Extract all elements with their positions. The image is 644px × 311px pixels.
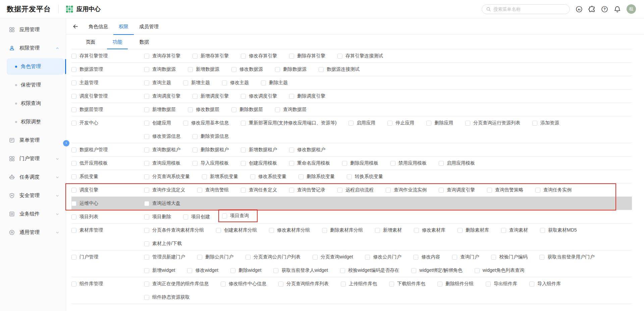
checkbox[interactable] (71, 188, 76, 193)
checkbox[interactable] (144, 201, 149, 206)
checkbox[interactable] (71, 174, 76, 179)
help-icon[interactable]: ? (601, 6, 608, 13)
checkbox[interactable] (289, 147, 294, 152)
sidebar-item-permission-adjust[interactable]: 权限调整 (0, 113, 66, 131)
checkbox[interactable] (347, 174, 352, 179)
permission-item[interactable]: 管理员新建门户 (144, 250, 185, 264)
sidebar-item-role-management[interactable]: 角色管理 (0, 57, 66, 76)
checkbox[interactable] (144, 255, 149, 260)
permission-item[interactable]: 删除组件分组 (437, 277, 474, 291)
permission-item[interactable]: 删除素材库分组 (322, 224, 363, 237)
checkbox[interactable] (71, 201, 76, 206)
checkbox[interactable] (188, 67, 193, 72)
checkbox[interactable] (71, 54, 76, 59)
checkbox[interactable] (71, 282, 76, 287)
back-button[interactable] (72, 23, 78, 29)
permission-category[interactable]: 系统变量 (71, 170, 144, 183)
checkbox[interactable] (535, 188, 540, 193)
permission-item[interactable]: 禁用应用模板 (390, 157, 427, 170)
checkbox[interactable] (231, 107, 236, 112)
checkbox[interactable] (193, 147, 198, 152)
permission-item[interactable]: 查询调度引擎 (439, 183, 475, 197)
checkbox[interactable] (197, 255, 202, 260)
checkbox[interactable] (278, 282, 283, 287)
checkbox[interactable] (197, 188, 202, 193)
permission-item[interactable]: 新增调度引擎 (193, 89, 229, 103)
checkbox[interactable] (241, 188, 246, 193)
sidebar-item-portal-management[interactable]: 门户管理 (0, 149, 66, 168)
sidebar-collapse-button[interactable]: ‹ (63, 140, 69, 146)
checkbox[interactable] (71, 107, 76, 112)
sidebar-item-permission-management[interactable]: 权限管理 (0, 39, 66, 57)
tab-permission[interactable]: 权限 (113, 18, 134, 35)
sub-tab-data[interactable]: 数据 (131, 35, 158, 49)
permission-item[interactable]: widget角色列表查询 (475, 264, 524, 277)
permission-item[interactable]: 停止应用 (387, 116, 414, 130)
permission-item[interactable]: 重新部署应用(支持修改应用端口、资源等) (241, 116, 336, 130)
permission-item[interactable]: 远程启动流程 (337, 183, 374, 197)
checkbox[interactable] (144, 94, 149, 99)
checkbox[interactable] (289, 188, 294, 193)
permission-item[interactable]: 修改公共门户 (365, 250, 401, 264)
permission-item[interactable]: 查询作业流实例 (386, 183, 427, 197)
sidebar-item-common-management[interactable]: 通用管理 (0, 223, 66, 242)
checkbox[interactable] (289, 94, 294, 99)
permission-item[interactable]: 新增主题 (183, 76, 210, 89)
permission-item[interactable]: 查询应用模板 (144, 157, 180, 170)
permission-item[interactable]: 修改组件中心信息 (221, 277, 266, 291)
checkbox[interactable] (144, 282, 149, 287)
checkbox[interactable] (269, 228, 274, 233)
permission-item[interactable]: 修改存算引擎 (241, 49, 277, 63)
permission-item[interactable]: 修改资源信息 (144, 130, 180, 143)
permission-category[interactable]: 组件库管理 (71, 277, 144, 291)
checkbox[interactable] (202, 174, 207, 179)
permission-category[interactable]: 运维中心 (71, 197, 144, 210)
permission-item[interactable]: 素材上传/下载 (144, 237, 182, 250)
checkbox[interactable] (222, 213, 227, 219)
checkbox[interactable] (340, 268, 345, 273)
permission-item[interactable]: 查询数据层 (275, 103, 307, 116)
checkbox[interactable] (71, 121, 76, 126)
checkbox[interactable] (375, 228, 380, 233)
checkbox[interactable] (387, 121, 392, 126)
checkbox[interactable] (71, 147, 76, 152)
checkbox[interactable] (439, 161, 444, 166)
permission-item[interactable]: 转换系统变量 (347, 170, 383, 183)
checkbox[interactable] (341, 282, 346, 287)
sidebar-item-app-management[interactable]: 应用管理 (0, 20, 66, 39)
permission-item[interactable]: 分页查询运行资源列表 (465, 116, 520, 130)
permission-item[interactable]: 分页查询组件库列表 (278, 277, 329, 291)
permission-item[interactable]: 导入组件库 (529, 277, 561, 291)
permission-item[interactable]: 数据源连接测试 (319, 63, 360, 76)
checkbox[interactable] (465, 121, 470, 126)
permission-item[interactable]: 修改数据源 (231, 63, 263, 76)
checkbox[interactable] (144, 295, 149, 300)
checkbox[interactable] (183, 80, 188, 85)
permission-item[interactable]: 查询运维大盘 (144, 197, 180, 210)
permission-item[interactable]: 查询告警策略 (487, 183, 523, 197)
checkbox[interactable] (413, 255, 418, 260)
permission-item[interactable]: 新增数据层 (144, 103, 176, 116)
permission-item[interactable]: 启用应用 (348, 116, 375, 130)
checkbox[interactable] (241, 147, 246, 152)
permission-item[interactable]: 导入应用模板 (193, 157, 229, 170)
permission-item[interactable]: 删除应用模板 (342, 157, 378, 170)
checkbox[interactable] (187, 268, 192, 273)
permission-item[interactable]: 新增数据源 (188, 63, 219, 76)
permission-item[interactable]: 修改素材库分组 (269, 224, 310, 237)
permission-item[interactable]: 修改系统变量 (250, 170, 286, 183)
permission-category[interactable]: 数据层管理 (71, 103, 144, 116)
permission-item[interactable]: 查询正在使用的组件库信息 (144, 277, 209, 291)
permission-item[interactable]: 新增系统变量 (202, 170, 238, 183)
plugin-icon[interactable] (588, 6, 595, 13)
checkbox[interactable] (71, 80, 76, 85)
permission-item[interactable]: 修改数据层 (188, 103, 219, 116)
permission-item[interactable]: 删除调度引擎 (289, 89, 325, 103)
permission-item[interactable]: 重命名应用模板 (289, 157, 330, 170)
permission-item[interactable]: 导出组件库 (486, 277, 517, 291)
checkbox[interactable] (452, 255, 457, 260)
checkbox[interactable] (144, 80, 149, 85)
checkbox[interactable] (487, 188, 492, 193)
permission-item[interactable]: 创建应用模板 (241, 157, 277, 170)
avatar[interactable]: 租 (627, 4, 636, 14)
